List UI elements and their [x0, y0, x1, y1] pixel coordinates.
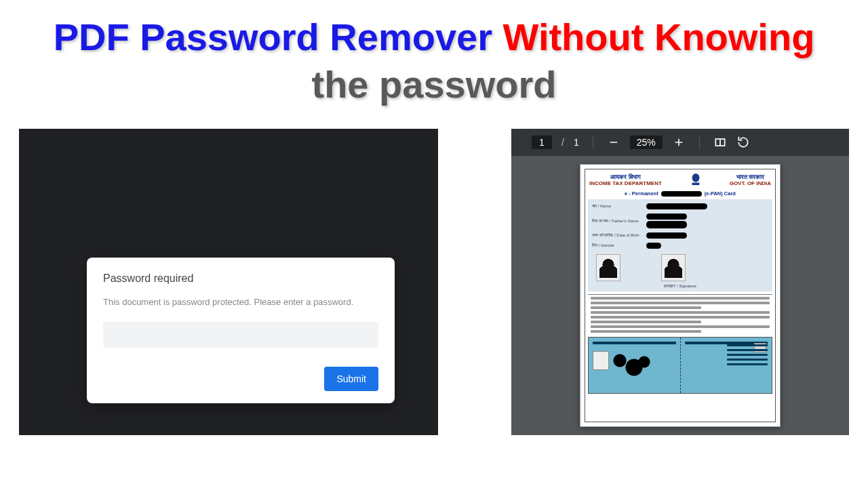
redacted-value — [646, 221, 687, 228]
redacted-value — [646, 203, 707, 209]
label-dob: जन्म की तारीख / Date of Birth — [592, 233, 646, 238]
note-line — [591, 302, 770, 304]
dialog-actions: Submit — [103, 367, 378, 391]
card-cutout — [588, 337, 772, 394]
document-area[interactable]: आयकर विभाग INCOME TAX DEPARTMENT भारत सर… — [511, 156, 849, 435]
redacted-scribble — [612, 352, 652, 380]
subtitle-suffix: (e-PAN) Card — [705, 190, 736, 197]
emblem-icon — [690, 172, 702, 187]
viewer-toolbar: 1 / 1 25% — [511, 129, 849, 156]
note-line — [591, 306, 701, 309]
label-father: पिता का नाम / Father's Name — [592, 219, 646, 224]
document-page: आयकर विभाग INCOME TAX DEPARTMENT भारत सर… — [580, 164, 781, 427]
toolbar-divider — [699, 136, 700, 148]
dialog-message: This document is password protected. Ple… — [103, 297, 378, 307]
rotate-icon[interactable] — [736, 136, 750, 149]
holder-signature-image — [661, 254, 686, 281]
detail-row: जन्म की तारीख / Date of Birth — [592, 232, 768, 239]
card-front — [589, 338, 680, 393]
label-signature: हस्ताक्षर / Signature — [592, 284, 768, 289]
header-right: भारत सरकार GOVT. OF INDIA — [730, 174, 771, 187]
card-photo — [593, 351, 609, 370]
note-line — [591, 321, 701, 323]
dialog-heading: Password required — [103, 272, 378, 285]
note-line — [591, 330, 701, 333]
fit-page-icon[interactable] — [713, 136, 727, 149]
label-gender: लिंग / Gender — [592, 243, 646, 248]
svg-point-5 — [692, 174, 699, 182]
holder-photo — [596, 254, 620, 281]
password-input[interactable] — [103, 322, 378, 348]
zoom-in-icon[interactable] — [672, 136, 686, 149]
document-content: आयकर विभाग INCOME TAX DEPARTMENT भारत सर… — [585, 169, 776, 422]
header-left: आयकर विभाग INCOME TAX DEPARTMENT — [589, 174, 662, 187]
label-name: नाम / Name — [592, 204, 646, 209]
title-segment-3: the password — [312, 63, 557, 106]
detail-row: नाम / Name — [592, 203, 768, 209]
toolbar-divider — [593, 136, 593, 148]
redacted-value — [646, 243, 661, 249]
page-separator: / — [561, 137, 564, 148]
redacted-value — [646, 214, 687, 220]
doc-header: आयकर विभाग INCOME TAX DEPARTMENT भारत सर… — [585, 169, 775, 188]
subtitle-prefix: e - Permanent — [625, 190, 658, 197]
page-current[interactable]: 1 — [532, 136, 552, 149]
password-dialog: Password required This document is passw… — [87, 258, 395, 403]
card-text-lines — [727, 344, 768, 368]
unlocked-pdf-viewer: 1 / 1 25% — [511, 129, 849, 435]
detail-row: लिंग / Gender — [592, 243, 768, 249]
zoom-out-icon[interactable] — [607, 136, 620, 149]
note-line — [591, 311, 770, 314]
title-segment-1: PDF Password Remover — [54, 16, 503, 58]
redacted-text — [661, 191, 702, 197]
details-block: नाम / Name पिता का नाम / Father's Name ज… — [588, 199, 772, 291]
photo-row — [592, 253, 768, 283]
notes-block — [588, 294, 772, 333]
page-total: 1 — [574, 137, 579, 148]
note-line — [591, 316, 770, 319]
header-left-eng: INCOME TAX DEPARTMENT — [589, 181, 662, 187]
svg-rect-6 — [692, 183, 699, 186]
detail-row: पिता का नाम / Father's Name — [592, 214, 768, 228]
page-title-area: PDF Password Remover Without Knowing the… — [0, 0, 868, 115]
card-header-line — [593, 342, 676, 344]
doc-subtitle: e - Permanent (e-PAN) Card — [585, 190, 775, 197]
note-line — [591, 325, 770, 328]
header-right-eng: GOVT. OF INDIA — [730, 181, 771, 187]
redacted-value — [646, 232, 687, 239]
card-back — [680, 338, 772, 393]
panels-row: Password required This document is passw… — [0, 115, 868, 435]
note-line — [591, 297, 770, 300]
submit-button[interactable]: Submit — [324, 367, 378, 391]
zoom-level[interactable]: 25% — [630, 136, 663, 149]
page-title: PDF Password Remover Without Knowing the… — [27, 14, 841, 108]
title-segment-2: Without Knowing — [503, 16, 815, 58]
locked-pdf-viewer: Password required This document is passw… — [19, 129, 438, 435]
